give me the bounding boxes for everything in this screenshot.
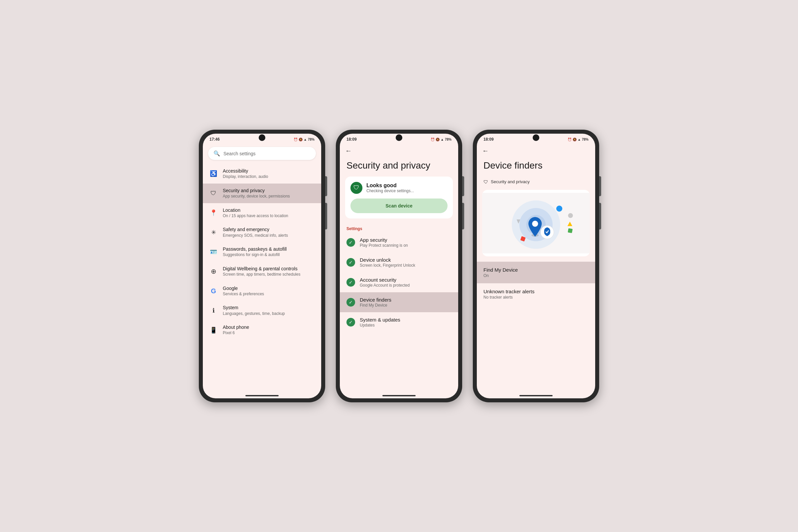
- page-header-2: ←: [340, 143, 458, 156]
- check-icon-3: ✓: [346, 278, 355, 287]
- back-button-2[interactable]: ←: [345, 147, 453, 155]
- settings-item-about[interactable]: 📱 About phone Pixel 6: [203, 320, 321, 340]
- system-title: System: [223, 305, 315, 310]
- check-icon-5: ✓: [346, 318, 355, 326]
- security-item-account-security[interactable]: ✓ Account security Google Account is pro…: [340, 272, 458, 292]
- system-updates-text: System & updates Updates: [360, 317, 400, 327]
- location-subtitle: On / 15 apps have access to location: [223, 213, 315, 219]
- security-item-device-unlock[interactable]: ✓ Device unlock Screen lock, Fingerprint…: [340, 252, 458, 272]
- settings-item-accessibility[interactable]: ♿ Accessibility Display, interaction, au…: [203, 164, 321, 184]
- system-icon: ℹ: [209, 307, 217, 315]
- alarm-icon: ⏰: [293, 138, 298, 141]
- battery-icon-3: 78%: [582, 138, 589, 141]
- phone-2: 18:09 ⏰ 🔕 ▲ 78% ← Security and privacy 🛡: [336, 130, 462, 402]
- shield-green-icon: 🛡: [350, 182, 362, 194]
- nav-pill-1: [245, 395, 279, 396]
- passwords-text: Passwords, passkeys & autofill Suggestio…: [223, 246, 315, 258]
- settings-item-safety[interactable]: ✳ Safety and emergency Emergency SOS, me…: [203, 223, 321, 242]
- finder-item-tracker-alerts[interactable]: Unknown tracker alerts No tracker alerts: [477, 283, 595, 305]
- page-title-2: Security and privacy: [340, 156, 458, 176]
- camera-notch-3: [533, 134, 539, 141]
- nav-bar-1: [203, 389, 321, 398]
- safety-subtitle: Emergency SOS, medical info, alerts: [223, 233, 315, 239]
- security-item-app-security[interactable]: ✓ App security Play Protect scanning is …: [340, 232, 458, 252]
- settings-item-wellbeing[interactable]: ⊕ Digital Wellbeing & parental controls …: [203, 262, 321, 281]
- settings-item-location[interactable]: 📍 Location On / 15 apps have access to l…: [203, 203, 321, 223]
- search-placeholder: Search settings: [224, 151, 256, 156]
- security-item-device-finders[interactable]: ✓ Device finders Find My Device: [340, 292, 458, 312]
- time-3: 18:09: [483, 137, 494, 141]
- mute-icon: 🔕: [299, 138, 303, 141]
- status-icons-3: ⏰ 🔕 ▲ 78%: [568, 138, 589, 141]
- illustration-card: [482, 190, 590, 256]
- time-1: 17:46: [209, 137, 220, 141]
- google-icon: G: [209, 287, 217, 295]
- about-title: About phone: [223, 324, 315, 330]
- wellbeing-icon: ⊕: [209, 267, 217, 275]
- passwords-title: Passwords, passkeys & autofill: [223, 246, 315, 252]
- about-icon: 📱: [209, 326, 217, 334]
- section-label-settings: Settings: [340, 224, 458, 232]
- wellbeing-title: Digital Wellbeing & parental controls: [223, 266, 315, 272]
- settings-item-security[interactable]: 🛡 Security and privacy App security, dev…: [203, 184, 321, 203]
- account-security-subtitle: Google Account is protected: [360, 283, 410, 288]
- screen-content-1: 🔍 Search settings ♿ Accessibility Displa…: [203, 143, 321, 389]
- check-icon-1: ✓: [346, 238, 355, 247]
- security-icon: 🛡: [209, 189, 217, 197]
- search-icon: 🔍: [213, 150, 220, 157]
- phone-1: 17:46 ⏰ 🔕 ▲ 78% 🔍 Search settings ♿ Ac: [199, 130, 325, 402]
- settings-item-google[interactable]: G Google Services & preferences: [203, 281, 321, 301]
- google-text: Google Services & preferences: [223, 285, 315, 297]
- about-text: About phone Pixel 6: [223, 324, 315, 336]
- passwords-subtitle: Suggestions for sign-in & autofill: [223, 252, 315, 258]
- signal-icon-3: ▲: [577, 138, 581, 141]
- screen-content-3: ← Device finders 🛡 Security and privacy: [477, 143, 595, 389]
- device-finder-illustration: [482, 190, 590, 256]
- accessibility-title: Accessibility: [223, 168, 315, 174]
- security-text: Security and privacy App security, devic…: [223, 188, 315, 199]
- find-my-device-title: Find My Device: [483, 267, 589, 273]
- nav-bar-2: [340, 389, 458, 398]
- account-security-title: Account security: [360, 277, 410, 283]
- svg-point-8: [568, 213, 573, 218]
- back-button-3[interactable]: ←: [482, 147, 590, 155]
- battery-icon-2: 78%: [445, 138, 452, 141]
- system-updates-subtitle: Updates: [360, 323, 400, 327]
- device-finders-subtitle: Find My Device: [360, 303, 391, 307]
- search-bar[interactable]: 🔍 Search settings: [208, 147, 316, 160]
- page-title-3: Device finders: [477, 156, 595, 176]
- device-unlock-title: Device unlock: [360, 257, 415, 263]
- system-text: System Languages, gestures, time, backup: [223, 305, 315, 316]
- location-title: Location: [223, 207, 315, 213]
- app-security-title: App security: [360, 237, 408, 243]
- settings-item-passwords[interactable]: 🪪 Passwords, passkeys & autofill Suggest…: [203, 242, 321, 262]
- safety-icon: ✳: [209, 228, 217, 236]
- location-text: Location On / 15 apps have access to loc…: [223, 207, 315, 219]
- status-card-subtitle: Checking device settings...: [366, 189, 414, 193]
- check-icon-2: ✓: [346, 258, 355, 267]
- page-header-3: ←: [477, 143, 595, 156]
- safety-title: Safety and emergency: [223, 226, 315, 232]
- device-unlock-subtitle: Screen lock, Fingerprint Unlock: [360, 263, 415, 268]
- finder-item-find-my-device[interactable]: Find My Device On: [477, 262, 595, 283]
- tracker-alerts-subtitle: No tracker alerts: [483, 295, 589, 300]
- phone-3: 18:09 ⏰ 🔕 ▲ 78% ← Device finders 🛡 Secur…: [473, 130, 599, 402]
- status-card: 🛡 Looks good Checking device settings...…: [345, 176, 453, 218]
- system-updates-title: System & updates: [360, 317, 400, 323]
- alarm-icon-3: ⏰: [568, 138, 572, 141]
- signal-icon: ▲: [304, 138, 307, 141]
- svg-rect-11: [568, 228, 573, 233]
- settings-item-system[interactable]: ℹ System Languages, gestures, time, back…: [203, 301, 321, 320]
- security-item-system-updates[interactable]: ✓ System & updates Updates: [340, 312, 458, 332]
- breadcrumb: 🛡 Security and privacy: [477, 176, 595, 187]
- scan-device-button[interactable]: Scan device: [350, 198, 448, 213]
- signal-icon-2: ▲: [440, 138, 444, 141]
- security-title: Security and privacy: [223, 188, 315, 193]
- safety-text: Safety and emergency Emergency SOS, medi…: [223, 226, 315, 238]
- camera-notch-2: [396, 134, 402, 141]
- check-icon-4: ✓: [346, 298, 355, 307]
- time-2: 18:09: [346, 137, 357, 141]
- google-subtitle: Services & preferences: [223, 291, 315, 297]
- google-title: Google: [223, 285, 315, 291]
- location-icon: 📍: [209, 209, 217, 217]
